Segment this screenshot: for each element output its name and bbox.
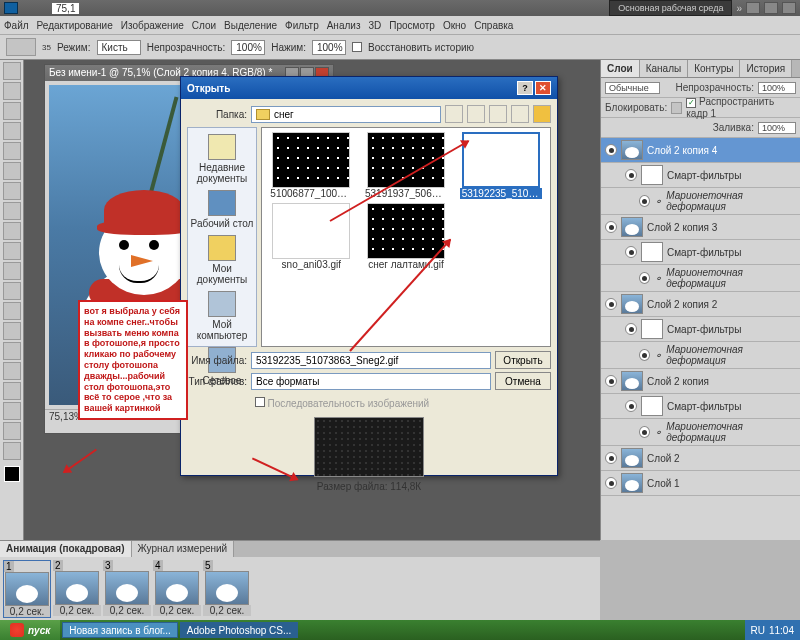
panel-tab-Контуры[interactable]: Контуры (688, 60, 740, 77)
minimize-icon[interactable] (746, 2, 760, 14)
visibility-icon[interactable] (605, 221, 617, 233)
foreground-swatch[interactable] (4, 466, 20, 482)
visibility-icon[interactable] (605, 375, 617, 387)
place-mydoc[interactable]: Мои документы (190, 235, 254, 285)
layer-row[interactable]: Слой 2 копия 2 (601, 292, 800, 317)
visibility-icon[interactable] (639, 195, 650, 207)
menu-Изображение[interactable]: Изображение (121, 20, 184, 31)
layer-row[interactable]: Смарт-фильтры (601, 394, 800, 419)
close-icon[interactable] (782, 2, 796, 14)
taskbar-item[interactable]: Adobe Photoshop CS... (180, 622, 299, 638)
folder-combo[interactable]: снег (251, 106, 441, 123)
layer-row[interactable]: Слой 2 (601, 446, 800, 471)
layer-row[interactable]: Слой 2 копия 3 (601, 215, 800, 240)
tab-measure-log[interactable]: Журнал измерений (132, 541, 235, 557)
tool-13[interactable] (3, 322, 21, 340)
back-icon[interactable] (445, 105, 463, 123)
visibility-icon[interactable] (625, 400, 637, 412)
brush-preset-icon[interactable] (6, 38, 36, 56)
tab-animation[interactable]: Анимация (покадровая) (0, 541, 132, 557)
filename-input[interactable]: 53192235_51073863_Sneg2.gif (251, 352, 491, 369)
flow-input[interactable]: 100% (312, 40, 346, 55)
anim-frame[interactable]: 50,2 сек. (203, 560, 251, 618)
place-desk[interactable]: Рабочий стол (191, 190, 254, 229)
place-docs[interactable]: Недавние документы (190, 134, 254, 184)
layer-row[interactable]: ⚬Марионеточная деформация (601, 265, 800, 292)
open-button[interactable]: Открыть (495, 351, 551, 369)
anim-frame[interactable]: 10,2 сек. (3, 560, 51, 618)
visibility-icon[interactable] (625, 246, 637, 258)
newfolder-icon[interactable] (489, 105, 507, 123)
tool-0[interactable] (3, 62, 21, 80)
menu-3D[interactable]: 3D (368, 20, 381, 31)
tool-17[interactable] (3, 402, 21, 420)
tool-3[interactable] (3, 122, 21, 140)
layer-row[interactable]: Слой 2 копия (601, 369, 800, 394)
visibility-icon[interactable] (605, 298, 617, 310)
blend-mode-combo[interactable]: Кисть (97, 40, 141, 55)
tray-lang[interactable]: RU (751, 625, 765, 636)
tool-10[interactable] (3, 262, 21, 280)
panel-tab-Каналы[interactable]: Каналы (640, 60, 689, 77)
menu-Редактирование[interactable]: Редактирование (37, 20, 113, 31)
visibility-icon[interactable] (605, 477, 617, 489)
layer-fill[interactable]: 100% (758, 122, 796, 134)
menu-Слои[interactable]: Слои (192, 20, 216, 31)
brush-size[interactable]: 35 (42, 43, 51, 52)
visibility-icon[interactable] (625, 323, 637, 335)
visibility-icon[interactable] (605, 452, 617, 464)
visibility-icon[interactable] (639, 272, 650, 284)
tool-4[interactable] (3, 142, 21, 160)
tool-5[interactable] (3, 162, 21, 180)
propagate-checkbox[interactable]: ✓ (686, 98, 696, 108)
taskbar-item[interactable]: Новая запись в блог... (62, 622, 178, 638)
bridge-icon[interactable] (533, 105, 551, 123)
visibility-icon[interactable] (639, 426, 650, 438)
layer-row[interactable]: Смарт-фильтры (601, 317, 800, 342)
tool-7[interactable] (3, 202, 21, 220)
menu-Справка[interactable]: Справка (474, 20, 513, 31)
visibility-icon[interactable] (605, 144, 617, 156)
tool-15[interactable] (3, 362, 21, 380)
cancel-button[interactable]: Отмена (495, 372, 551, 390)
anim-frame[interactable]: 40,2 сек. (153, 560, 201, 618)
visibility-icon[interactable] (639, 349, 650, 361)
start-button[interactable]: пуск (0, 620, 60, 640)
tool-6[interactable] (3, 182, 21, 200)
panel-tab-Слои[interactable]: Слои (601, 60, 640, 77)
layer-row[interactable]: ⚬Марионеточная деформация (601, 342, 800, 369)
file-item[interactable]: 53191937_50641023_... (361, 132, 452, 199)
menu-Просмотр[interactable]: Просмотр (389, 20, 435, 31)
file-item[interactable]: 51006877_100100.gif (266, 132, 357, 199)
file-item[interactable]: снег лалтами.gif (361, 203, 452, 270)
tool-12[interactable] (3, 302, 21, 320)
tool-2[interactable] (3, 102, 21, 120)
layer-row[interactable]: Слой 1 (601, 471, 800, 496)
layer-opacity[interactable]: 100% (758, 82, 796, 94)
layer-row[interactable]: Смарт-фильтры (601, 163, 800, 188)
anim-frame[interactable]: 30,2 сек. (103, 560, 151, 618)
dialog-help-icon[interactable]: ? (517, 81, 533, 95)
tool-19[interactable] (3, 442, 21, 460)
place-comp[interactable]: Мой компьютер (190, 291, 254, 341)
up-icon[interactable] (467, 105, 485, 123)
tool-16[interactable] (3, 382, 21, 400)
workspace-selector[interactable]: Основная рабочая среда (609, 0, 732, 16)
menu-Фильтр[interactable]: Фильтр (285, 20, 319, 31)
tool-18[interactable] (3, 422, 21, 440)
menu-Анализ[interactable]: Анализ (327, 20, 361, 31)
menu-Выделение[interactable]: Выделение (224, 20, 277, 31)
layer-mode-combo[interactable]: Обычные (605, 82, 660, 94)
dialog-close-icon[interactable]: ✕ (535, 81, 551, 95)
tool-8[interactable] (3, 222, 21, 240)
layers-list[interactable]: Слой 2 копия 4Смарт-фильтры⚬Марионеточна… (601, 138, 800, 540)
zoom-field[interactable]: 75,1 (52, 3, 79, 14)
tool-1[interactable] (3, 82, 21, 100)
layer-row[interactable]: Слой 2 копия 4 (601, 138, 800, 163)
tool-11[interactable] (3, 282, 21, 300)
lock-icon[interactable] (671, 102, 682, 114)
layer-row[interactable]: ⚬Марионеточная деформация (601, 188, 800, 215)
maximize-icon[interactable] (764, 2, 778, 14)
layer-row[interactable]: Смарт-фильтры (601, 240, 800, 265)
sequence-checkbox[interactable] (255, 397, 265, 407)
